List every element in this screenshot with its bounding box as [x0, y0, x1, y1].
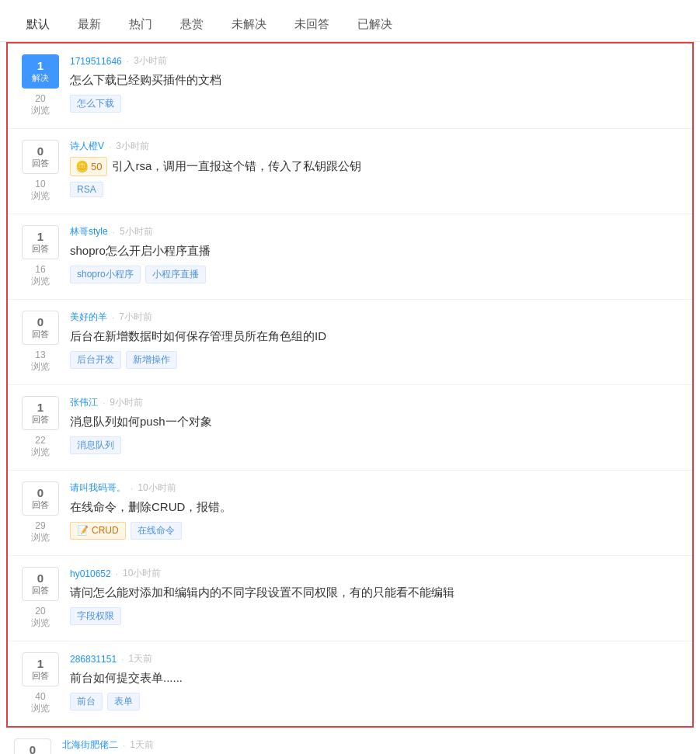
- question-title[interactable]: 在线命令，删除CRUD，报错。: [70, 499, 680, 516]
- tag-label: RSA: [77, 184, 96, 195]
- question-meta: 1719511646·3小时前: [70, 54, 680, 68]
- question-time: 7小时前: [119, 311, 152, 324]
- question-tags: 前台表单: [70, 693, 680, 711]
- question-title[interactable]: 前台如何提交表单......: [70, 669, 680, 687]
- answer-label: 回答: [32, 158, 49, 169]
- question-title[interactable]: 消息队列如何push一个对象: [70, 413, 680, 431]
- question-author[interactable]: 美好的羊: [70, 311, 107, 324]
- view-count: 29: [35, 520, 45, 531]
- question-title[interactable]: 🪙50引入rsa，调用一直报这个错，传入了私钥跟公钥: [70, 157, 680, 176]
- question-item: 0回答10浏览诗人橙V·3小时前🪙50引入rsa，调用一直报这个错，传入了私钥跟…: [8, 129, 692, 214]
- tab-hot[interactable]: 热门: [115, 9, 166, 42]
- question-author[interactable]: 286831151: [70, 654, 117, 665]
- meta-separator: ·: [109, 141, 111, 152]
- tag-怎么下载[interactable]: 怎么下载: [70, 95, 121, 113]
- question-meta: hy010652·10小时前: [70, 567, 680, 580]
- tag-字段权限[interactable]: 字段权限: [70, 607, 121, 625]
- views-col: 29浏览: [31, 520, 50, 544]
- tag-后台开发[interactable]: 后台开发: [70, 351, 121, 369]
- crud-icon: 📝: [77, 525, 89, 536]
- question-item: 0回答20浏览hy010652·10小时前请问怎么能对添加和编辑内的不同字段设置…: [8, 556, 692, 641]
- question-item: 1回答40浏览286831151·1天前前台如何提交表单......前台表单: [8, 641, 692, 726]
- meta-separator: ·: [113, 227, 115, 238]
- bounty-amount: 50: [91, 159, 102, 175]
- question-meta: 诗人橙V·3小时前: [70, 140, 680, 153]
- question-author[interactable]: 张伟江: [70, 396, 98, 409]
- tag-label: shopro小程序: [77, 268, 134, 281]
- meta-separator: ·: [116, 568, 118, 579]
- question-author[interactable]: 请叫我码哥。: [70, 481, 126, 495]
- answer-label: 回答: [32, 415, 49, 425]
- answer-count-badge: 0回答: [22, 481, 59, 516]
- tag-label: 后台开发: [77, 353, 114, 367]
- answer-label: 回答: [32, 244, 49, 254]
- tag-CRUD[interactable]: 📝CRUD: [70, 522, 126, 540]
- stats-col: 0回答29浏览: [20, 481, 61, 544]
- stats-col: 1解决20浏览: [20, 54, 61, 117]
- tag-在线命令[interactable]: 在线命令: [131, 522, 182, 540]
- tag-RSA[interactable]: RSA: [70, 182, 103, 197]
- content-col: 1719511646·3小时前怎么下载已经购买插件的文档怎么下载: [70, 54, 680, 113]
- tab-solved[interactable]: 已解决: [343, 9, 406, 42]
- view-count: 16: [35, 264, 45, 275]
- answer-label: 回答: [32, 500, 49, 510]
- meta-separator: ·: [123, 740, 125, 751]
- question-title[interactable]: 后台在新增数据时如何保存管理员所在角色组的ID: [70, 328, 680, 346]
- views-col: 20浏览: [31, 93, 50, 117]
- tab-latest[interactable]: 最新: [64, 9, 115, 42]
- question-author[interactable]: 林哥style: [70, 225, 108, 238]
- content-col: 林哥style·5小时前shopro怎么开启小程序直播shopro小程序小程序直…: [70, 225, 680, 283]
- answer-count-badge: 1回答: [22, 396, 59, 430]
- answer-count: 0: [30, 743, 36, 754]
- views-col: 20浏览: [31, 606, 50, 630]
- bounty-badge: 🪙50: [70, 157, 107, 176]
- question-title[interactable]: 请问怎么能对添加和编辑内的不同字段设置不同权限，有的只能看不能编辑: [70, 584, 680, 602]
- tab-bounty[interactable]: 悬赏: [166, 9, 218, 42]
- question-item: 1解决20浏览1719511646·3小时前怎么下载已经购买插件的文档怎么下载: [8, 43, 692, 129]
- tag-消息队列[interactable]: 消息队列: [70, 436, 121, 454]
- tag-shopro小程序[interactable]: shopro小程序: [70, 266, 141, 283]
- question-meta: 286831151·1天前: [70, 652, 680, 665]
- question-tags: shopro小程序小程序直播: [70, 266, 680, 283]
- title-text: 后台在新增数据时如何保存管理员所在角色组的ID: [70, 328, 326, 346]
- tag-前台[interactable]: 前台: [70, 693, 103, 711]
- question-item: 1回答22浏览张伟江·9小时前消息队列如何push一个对象消息队列: [8, 385, 692, 471]
- answer-count: 0: [37, 486, 44, 500]
- question-tags: 消息队列: [70, 436, 680, 454]
- view-count: 22: [35, 435, 45, 446]
- question-meta: 美好的羊·7小时前: [70, 311, 680, 324]
- views-col: 22浏览: [31, 435, 50, 459]
- question-author[interactable]: 1719511646: [70, 56, 122, 67]
- tab-unanswered[interactable]: 未回答: [280, 9, 343, 42]
- question-time: 1天前: [128, 652, 152, 665]
- question-meta: 张伟江·9小时前: [70, 396, 680, 409]
- view-count: 20: [35, 606, 45, 617]
- question-title[interactable]: shopro怎么开启小程序直播: [70, 242, 680, 260]
- tab-unsolved[interactable]: 未解决: [218, 9, 280, 42]
- title-text: 引入rsa，调用一直报这个错，传入了私钥跟公钥: [112, 158, 361, 175]
- tag-表单[interactable]: 表单: [107, 693, 140, 711]
- tag-label: 前台: [77, 695, 96, 708]
- question-time: 10小时前: [138, 481, 176, 495]
- tag-小程序直播[interactable]: 小程序直播: [145, 266, 206, 283]
- highlight-box: 1解决20浏览1719511646·3小时前怎么下载已经购买插件的文档怎么下载0…: [6, 42, 694, 728]
- question-item: 1回答16浏览林哥style·5小时前shopro怎么开启小程序直播shopro…: [8, 214, 692, 300]
- question-author[interactable]: 诗人橙V: [70, 140, 104, 153]
- title-text: 在线命令，删除CRUD，报错。: [70, 499, 232, 516]
- question-meta: 林哥style·5小时前: [70, 225, 680, 238]
- answer-count-badge: 0回答: [22, 140, 59, 174]
- content-col: 美好的羊·7小时前后台在新增数据时如何保存管理员所在角色组的ID后台开发新增操作: [70, 311, 680, 369]
- question-time: 3小时前: [134, 54, 167, 68]
- tab-default[interactable]: 默认: [12, 9, 64, 42]
- content-col: hy010652·10小时前请问怎么能对添加和编辑内的不同字段设置不同权限，有的…: [70, 567, 680, 625]
- question-tags: RSA: [70, 182, 680, 197]
- stats-col: 1回答22浏览: [20, 396, 61, 459]
- views-col: 16浏览: [31, 264, 50, 288]
- view-label: 浏览: [31, 275, 50, 288]
- question-author[interactable]: 北海街肥佬二: [62, 738, 118, 752]
- question-tags: 后台开发新增操作: [70, 351, 680, 369]
- content-col: 北海街肥佬二·1天前博客小程序无法打开外连接，也不可以复制，如何可以实现博客: [62, 738, 688, 754]
- question-author[interactable]: hy010652: [70, 568, 111, 579]
- question-title[interactable]: 怎么下载已经购买插件的文档: [70, 71, 680, 89]
- tag-新增操作[interactable]: 新增操作: [126, 351, 177, 369]
